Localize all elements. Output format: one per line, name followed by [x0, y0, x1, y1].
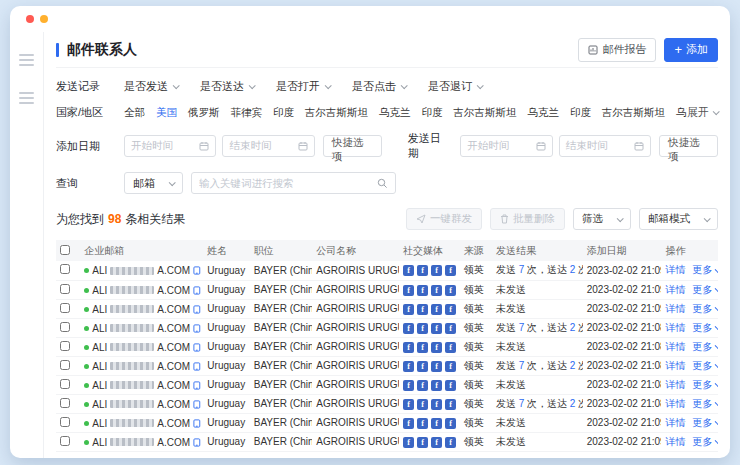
window-minimize-dot[interactable]	[40, 15, 48, 23]
row-checkbox[interactable]	[60, 360, 70, 370]
facebook-icon[interactable]: f	[417, 265, 428, 276]
send-record-option[interactable]: 是否打开	[276, 79, 330, 94]
detail-link[interactable]: 详情	[665, 417, 685, 428]
phone-icon[interactable]	[193, 438, 202, 447]
facebook-icon[interactable]: f	[445, 437, 456, 448]
row-checkbox[interactable]	[60, 341, 70, 351]
facebook-icon[interactable]: f	[403, 437, 414, 448]
add-date-start-input[interactable]: 开始时间	[124, 135, 216, 157]
facebook-icon[interactable]: f	[445, 380, 456, 391]
select-all-checkbox[interactable]	[60, 245, 70, 255]
more-link[interactable]: 更多	[692, 435, 718, 449]
facebook-icon[interactable]: f	[403, 265, 414, 276]
facebook-icon[interactable]: f	[417, 437, 428, 448]
country-option[interactable]: 印度	[273, 106, 294, 120]
send-record-option[interactable]: 是否点击	[352, 79, 406, 94]
more-link[interactable]: 更多	[692, 283, 718, 297]
facebook-icon[interactable]: f	[403, 380, 414, 391]
search-icon[interactable]	[377, 178, 388, 189]
row-checkbox[interactable]	[60, 303, 70, 313]
send-date-quick-button[interactable]: 快捷选项	[659, 135, 718, 157]
facebook-icon[interactable]: f	[445, 418, 456, 429]
facebook-icon[interactable]: f	[445, 285, 456, 296]
mass-send-button[interactable]: 一键群发	[406, 208, 482, 230]
more-link[interactable]: 更多	[692, 416, 718, 430]
facebook-icon[interactable]: f	[403, 304, 414, 315]
menu-icon[interactable]	[19, 54, 34, 66]
facebook-icon[interactable]: f	[403, 285, 414, 296]
more-link[interactable]: 更多	[692, 378, 718, 392]
detail-link[interactable]: 详情	[665, 322, 685, 333]
country-option[interactable]: 乌克兰	[528, 106, 560, 120]
row-checkbox[interactable]	[60, 322, 70, 332]
country-option[interactable]: 俄罗斯	[188, 106, 220, 120]
facebook-icon[interactable]: f	[417, 304, 428, 315]
send-date-start-input[interactable]: 开始时间	[460, 135, 552, 157]
query-field-select[interactable]: 邮箱	[124, 172, 183, 194]
add-button[interactable]: + 添加	[664, 38, 718, 62]
more-link[interactable]: 更多	[692, 340, 718, 354]
detail-link[interactable]: 详情	[665, 264, 685, 275]
row-checkbox[interactable]	[60, 264, 70, 274]
facebook-icon[interactable]: f	[445, 399, 456, 410]
row-checkbox[interactable]	[60, 398, 70, 408]
phone-icon[interactable]	[193, 381, 202, 390]
more-link[interactable]: 更多	[692, 302, 718, 316]
phone-icon[interactable]	[193, 266, 202, 275]
facebook-icon[interactable]: f	[403, 342, 414, 353]
facebook-icon[interactable]: f	[431, 265, 442, 276]
more-link[interactable]: 更多	[692, 263, 718, 277]
country-option[interactable]: 全部	[124, 106, 145, 120]
facebook-icon[interactable]: f	[431, 418, 442, 429]
facebook-icon[interactable]: f	[445, 342, 456, 353]
country-option[interactable]: 吉尔吉斯斯坦	[602, 106, 665, 120]
menu-icon[interactable]	[19, 92, 34, 104]
facebook-icon[interactable]: f	[417, 361, 428, 372]
facebook-icon[interactable]: f	[403, 399, 414, 410]
phone-icon[interactable]	[193, 343, 202, 352]
facebook-icon[interactable]: f	[403, 361, 414, 372]
facebook-icon[interactable]: f	[417, 285, 428, 296]
send-record-option[interactable]: 是否送达	[200, 79, 254, 94]
country-option[interactable]: 乌克兰	[676, 106, 687, 120]
detail-link[interactable]: 详情	[665, 379, 685, 390]
detail-link[interactable]: 详情	[665, 436, 685, 447]
country-option[interactable]: 菲律宾	[231, 106, 263, 120]
send-record-option[interactable]: 是否退订	[428, 79, 482, 94]
facebook-icon[interactable]: f	[431, 361, 442, 372]
add-date-quick-button[interactable]: 快捷选项	[323, 135, 382, 157]
batch-delete-button[interactable]: 批量删除	[490, 208, 565, 230]
facebook-icon[interactable]: f	[431, 342, 442, 353]
phone-icon[interactable]	[193, 286, 202, 295]
window-close-dot[interactable]	[26, 15, 34, 23]
facebook-icon[interactable]: f	[417, 380, 428, 391]
detail-link[interactable]: 详情	[665, 284, 685, 295]
more-link[interactable]: 更多	[692, 321, 718, 335]
phone-icon[interactable]	[193, 419, 202, 428]
row-checkbox[interactable]	[60, 436, 70, 446]
facebook-icon[interactable]: f	[417, 323, 428, 334]
facebook-icon[interactable]: f	[445, 361, 456, 372]
detail-link[interactable]: 详情	[665, 303, 685, 314]
country-option[interactable]: 吉尔吉斯斯坦	[454, 106, 517, 120]
detail-link[interactable]: 详情	[665, 398, 685, 409]
row-checkbox[interactable]	[60, 417, 70, 427]
more-link[interactable]: 更多	[692, 359, 718, 373]
facebook-icon[interactable]: f	[417, 418, 428, 429]
facebook-icon[interactable]: f	[403, 418, 414, 429]
row-checkbox[interactable]	[60, 284, 70, 294]
country-option[interactable]: 乌克兰	[379, 106, 411, 120]
row-checkbox[interactable]	[60, 379, 70, 389]
phone-icon[interactable]	[193, 324, 202, 333]
mode-select[interactable]: 邮箱模式	[639, 208, 718, 230]
send-record-option[interactable]: 是否发送	[124, 79, 178, 94]
facebook-icon[interactable]: f	[417, 399, 428, 410]
facebook-icon[interactable]: f	[431, 437, 442, 448]
email-report-button[interactable]: 邮件报告	[578, 38, 656, 62]
country-option[interactable]: 美国	[156, 106, 177, 120]
country-option[interactable]: 印度	[570, 106, 591, 120]
filter-select[interactable]: 筛选	[573, 208, 631, 230]
facebook-icon[interactable]: f	[445, 265, 456, 276]
more-link[interactable]: 更多	[692, 397, 718, 411]
facebook-icon[interactable]: f	[403, 323, 414, 334]
